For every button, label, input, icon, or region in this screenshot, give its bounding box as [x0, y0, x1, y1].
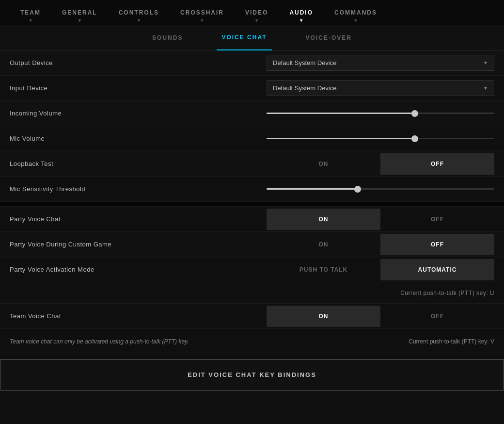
mic-sensitivity-slider[interactable]	[267, 184, 494, 194]
nav-item-general[interactable]: GENERAL	[51, 0, 108, 25]
party-voice-custom-off-button[interactable]: Off	[380, 234, 494, 255]
incoming-volume-row: Incoming Volume	[0, 101, 504, 126]
loopback-off-button[interactable]: Off	[380, 153, 494, 175]
mic-volume-track	[267, 138, 494, 139]
input-device-row: Input Device Default System Device ▼	[0, 76, 504, 101]
tab-voice-chat[interactable]: VOICE CHAT	[217, 25, 271, 50]
ptt-key-party-row: Current push-to-talk (PTT) key: U	[0, 282, 504, 304]
nav-item-video[interactable]: VIDEO	[235, 0, 279, 25]
party-voice-mode-row: Party Voice Activation Mode Push to Talk…	[0, 257, 504, 282]
party-voice-custom-row: Party Voice During Custom Game On Off	[0, 232, 504, 257]
nav-item-crosshair[interactable]: CROSSHAIR	[170, 0, 235, 25]
party-voice-mode-toggle: Push to Talk Automatic	[267, 259, 494, 280]
nav-item-team[interactable]: TEAM	[10, 0, 51, 25]
input-device-dropdown[interactable]: Default System Device ▼	[267, 80, 494, 96]
mic-sensitivity-track	[267, 188, 494, 190]
party-voice-chat-toggle: On Off	[267, 209, 494, 230]
input-device-value: Default System Device	[273, 84, 337, 92]
ptt-key-team-text: Current push-to-talk (PTT) key: V	[267, 338, 494, 345]
section-separator	[0, 202, 504, 207]
edit-btn-row: EDIT VOICE CHAT KEY BINDINGS	[0, 359, 504, 390]
incoming-volume-label: Incoming Volume	[10, 110, 267, 117]
tab-sounds[interactable]: SOUNDS	[147, 25, 188, 50]
party-voice-mode-control: Push to Talk Automatic	[267, 259, 494, 280]
sub-tab-bar: SOUNDS VOICE CHAT VOICE-OVER	[0, 25, 504, 50]
mic-sensitivity-thumb[interactable]	[354, 186, 361, 193]
mic-sensitivity-row: Mic Sensitivity Threshold	[0, 177, 504, 202]
team-voice-chat-row: Team Voice Chat On Off	[0, 304, 504, 329]
mic-volume-thumb[interactable]	[411, 135, 418, 142]
party-voice-mode-auto-button[interactable]: Automatic	[380, 259, 494, 280]
party-voice-custom-toggle: On Off	[267, 234, 494, 255]
loopback-test-control: On Off	[267, 153, 494, 175]
nav-item-commands[interactable]: COMMANDS	[324, 0, 388, 25]
mic-volume-row: Mic Volume	[0, 126, 504, 151]
loopback-test-label: Loopback Test	[10, 160, 267, 167]
team-voice-chat-label: Team Voice Chat	[10, 312, 267, 320]
party-voice-chat-label: Party Voice Chat	[10, 215, 267, 223]
party-voice-mode-ptt-button[interactable]: Push to Talk	[267, 259, 380, 280]
settings-content: Output Device Default System Device ▼ In…	[0, 50, 504, 390]
mic-sensitivity-label: Mic Sensitivity Threshold	[10, 185, 267, 193]
party-voice-custom-label: Party Voice During Custom Game	[10, 241, 267, 248]
party-voice-chat-control: On Off	[267, 209, 494, 230]
output-device-label: Output Device	[10, 59, 267, 66]
team-voice-chat-control: On Off	[267, 306, 494, 327]
incoming-volume-slider[interactable]	[267, 109, 494, 118]
top-navigation: TEAM GENERAL CONTROLS CROSSHAIR VIDEO AU…	[0, 0, 504, 25]
nav-item-controls[interactable]: CONTROLS	[108, 0, 170, 25]
incoming-volume-fill	[267, 113, 415, 114]
input-device-control: Default System Device ▼	[267, 80, 494, 96]
mic-volume-slider[interactable]	[267, 134, 494, 144]
team-voice-chat-off-button[interactable]: Off	[380, 306, 494, 327]
ptt-key-party-text: Current push-to-talk (PTT) key: U	[400, 290, 494, 296]
output-device-row: Output Device Default System Device ▼	[0, 50, 504, 76]
incoming-volume-track	[267, 113, 494, 114]
party-voice-custom-control: On Off	[267, 234, 494, 255]
incoming-volume-control	[267, 109, 494, 118]
edit-voice-chat-keybindings-button[interactable]: EDIT VOICE CHAT KEY BINDINGS	[0, 359, 504, 391]
output-device-value: Default System Device	[273, 59, 337, 66]
team-voice-note-row: Team voice chat can only be activated us…	[0, 329, 504, 354]
party-voice-mode-label: Party Voice Activation Mode	[10, 266, 267, 273]
mic-volume-control	[267, 134, 494, 144]
output-device-dropdown[interactable]: Default System Device ▼	[267, 55, 494, 71]
loopback-test-toggle: On Off	[267, 153, 494, 175]
party-voice-chat-on-button[interactable]: On	[267, 209, 380, 230]
nav-item-audio[interactable]: AUDIO	[279, 0, 324, 25]
party-voice-chat-row: Party Voice Chat On Off	[0, 207, 504, 232]
mic-sensitivity-fill	[267, 188, 358, 190]
mic-volume-label: Mic Volume	[10, 135, 267, 142]
party-voice-chat-off-button[interactable]: Off	[380, 209, 494, 230]
tab-voice-over[interactable]: VOICE-OVER	[301, 25, 357, 50]
mic-sensitivity-control	[267, 184, 494, 194]
input-device-arrow-icon: ▼	[483, 85, 488, 91]
loopback-test-row: Loopback Test On Off	[0, 151, 504, 177]
team-voice-chat-toggle: On Off	[267, 306, 494, 327]
team-voice-chat-on-button[interactable]: On	[267, 306, 380, 327]
output-device-control: Default System Device ▼	[267, 55, 494, 71]
input-device-label: Input Device	[10, 84, 267, 92]
loopback-on-button[interactable]: On	[267, 153, 380, 175]
incoming-volume-thumb[interactable]	[411, 110, 418, 117]
output-device-arrow-icon: ▼	[483, 60, 488, 65]
party-voice-custom-on-button[interactable]: On	[267, 234, 380, 255]
mic-volume-fill	[267, 138, 415, 139]
team-voice-note-text: Team voice chat can only be activated us…	[10, 338, 267, 345]
